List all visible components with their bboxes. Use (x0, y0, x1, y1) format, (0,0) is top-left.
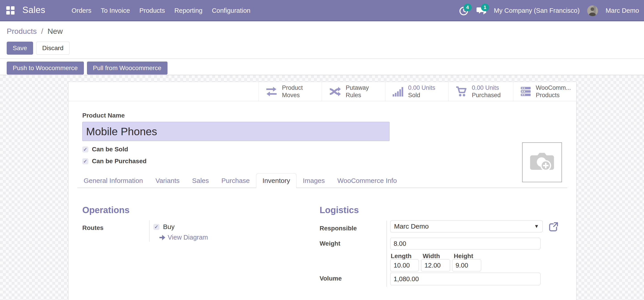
user-menu[interactable]: Marc Demo (606, 7, 639, 14)
stat-button-units-sold[interactable]: 0.00 Units Sold (385, 82, 448, 101)
can-be-purchased-label: Can be Purchased (92, 158, 146, 165)
control-panel: Products / New Save Discard Push to Wooc… (0, 22, 644, 75)
breadcrumb: Products / New (7, 27, 63, 36)
company-switcher[interactable]: My Company (San Francisco) (494, 7, 580, 14)
sheet-body: Product Name Can be Sold Can be Purchase… (68, 112, 576, 290)
camera-plus-icon (529, 151, 555, 173)
can-be-purchased-checkbox[interactable] (82, 158, 88, 164)
tab-woocommerce-info[interactable]: WooCommerce Info (331, 174, 403, 188)
messages-badge: 1 (481, 4, 489, 11)
stat-button-label: 0.00 Units Sold (408, 84, 435, 99)
length-input[interactable] (390, 259, 419, 271)
routes-label: Routes (82, 224, 104, 231)
server-icon (520, 87, 531, 97)
volume-label: Volume (320, 275, 342, 282)
tab-variants[interactable]: Variants (149, 174, 186, 188)
operations-separator (149, 220, 150, 242)
operations-group: Operations Routes Buy View Diagram (82, 205, 320, 290)
cart-icon (456, 86, 467, 97)
can-be-sold-label: Can be Sold (92, 146, 128, 153)
stat-button-label: 0.00 Units Purchased (472, 84, 501, 99)
pull-from-woocommerce-button[interactable]: Pull from Woocommerce (87, 62, 168, 75)
stat-button-putaway-rules[interactable]: Putaway Rules (322, 82, 385, 101)
control-panel-divider (0, 59, 644, 59)
menu-reporting[interactable]: Reporting (174, 7, 202, 14)
tab-purchase[interactable]: Purchase (215, 174, 256, 188)
tab-inventory[interactable]: Inventory (256, 173, 296, 188)
breadcrumb-separator: / (41, 27, 43, 35)
save-button[interactable]: Save (7, 42, 33, 55)
app-title[interactable]: Sales (22, 5, 46, 15)
logistics-title: Logistics (320, 205, 562, 215)
height-label: Height (454, 252, 473, 260)
form-view-background: Product Moves Putaway Rules (0, 75, 644, 300)
product-name-input[interactable] (82, 122, 390, 141)
apps-grid-icon[interactable] (6, 6, 15, 15)
breadcrumb-current: New (48, 27, 63, 35)
exchange-icon (266, 87, 277, 97)
view-diagram-link[interactable]: View Diagram (159, 234, 208, 241)
product-name-label: Product Name (82, 112, 562, 119)
product-image-upload[interactable] (522, 142, 562, 182)
bar-chart-icon (392, 87, 403, 97)
external-link-icon[interactable] (548, 221, 559, 233)
top-navbar: Sales Orders To Invoice Products Reporti… (0, 0, 644, 21)
messages-button[interactable]: 1 (476, 6, 486, 16)
responsible-select[interactable]: Marc Demo ▼ (390, 220, 543, 232)
record-actions: Save Discard (7, 42, 70, 55)
logistics-group: Logistics Responsible Marc Demo ▼ (320, 205, 562, 290)
can-be-sold-row: Can be Sold (82, 146, 562, 153)
inventory-tab-content: Operations Routes Buy View Diagram (82, 205, 562, 290)
responsible-label: Responsible (320, 225, 357, 232)
chevron-down-icon: ▼ (534, 223, 539, 229)
logistics-separator (386, 221, 387, 287)
main-menu: Orders To Invoice Products Reporting Con… (72, 0, 250, 21)
menu-configuration[interactable]: Configuration (212, 7, 250, 14)
length-label: Length (391, 252, 412, 260)
navbar-right: 4 1 My Company (San Francisco) Marc Demo (459, 0, 639, 21)
activities-badge: 4 (464, 4, 472, 11)
arrow-right-icon (159, 235, 166, 240)
tab-general-information[interactable]: General Information (77, 174, 149, 188)
stat-button-units-purchased[interactable]: 0.00 Units Purchased (448, 82, 513, 101)
activities-button[interactable]: 4 (459, 6, 469, 16)
sheet-header: Product Moves Putaway Rules (68, 82, 576, 101)
stat-button-woocommerce-products[interactable]: WooComm... Products (513, 82, 576, 101)
product-form-sheet: Product Moves Putaway Rules (68, 82, 576, 300)
menu-products[interactable]: Products (139, 7, 165, 14)
can-be-purchased-row: Can be Purchased (82, 158, 562, 165)
tab-images[interactable]: Images (296, 174, 331, 188)
volume-input[interactable] (390, 273, 540, 285)
menu-to-invoice[interactable]: To Invoice (101, 7, 130, 14)
user-avatar[interactable] (587, 5, 598, 16)
menu-orders[interactable]: Orders (72, 7, 92, 14)
tab-sales[interactable]: Sales (186, 174, 215, 188)
stat-button-product-moves[interactable]: Product Moves (258, 82, 322, 101)
breadcrumb-products-link[interactable]: Products (7, 27, 37, 35)
woocommerce-actions: Push to Woocommerce Pull from Woocommerc… (7, 62, 168, 75)
route-buy-row: Buy (154, 223, 175, 231)
notebook-tabs: General Information Variants Sales Purch… (77, 173, 567, 188)
stat-button-label: Putaway Rules (346, 84, 369, 99)
can-be-sold-checkbox[interactable] (82, 146, 88, 152)
weight-label: Weight (320, 240, 340, 247)
stat-button-label: WooComm... Products (536, 84, 571, 99)
route-buy-checkbox[interactable] (154, 224, 160, 230)
discard-button[interactable]: Discard (36, 42, 70, 55)
avatar-photo-icon (587, 5, 598, 16)
operations-title: Operations (82, 205, 320, 215)
push-to-woocommerce-button[interactable]: Push to Woocommerce (7, 62, 84, 75)
height-input[interactable] (452, 259, 481, 271)
route-buy-label: Buy (163, 223, 175, 231)
stat-button-label: Product Moves (282, 84, 303, 99)
weight-input[interactable] (390, 238, 540, 249)
width-label: Width (422, 252, 440, 260)
shuffle-icon (329, 87, 341, 97)
stat-button-strip: Product Moves Putaway Rules (258, 82, 576, 101)
width-input[interactable] (421, 259, 450, 271)
